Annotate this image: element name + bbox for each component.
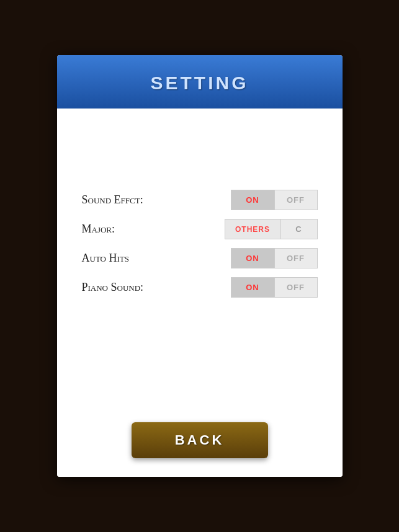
back-area: BACK xyxy=(57,416,343,477)
sound-effect-btn-group: ON OFF xyxy=(231,190,318,210)
major-btn-group: OTHERS C xyxy=(225,219,318,239)
auto-hits-label: Auto Hits xyxy=(82,252,181,265)
auto-hits-off-button[interactable]: OFF xyxy=(274,248,318,268)
settings-area: Sound Effct: ON OFF Major: OTHERS C Auto… xyxy=(82,190,318,298)
piano-sound-btn-group: ON OFF xyxy=(231,277,318,298)
piano-sound-off-button[interactable]: OFF xyxy=(274,277,318,298)
major-label: Major: xyxy=(82,223,181,236)
major-c-button[interactable]: C xyxy=(280,219,318,239)
header: SETTING xyxy=(57,55,343,109)
auto-hits-on-button[interactable]: ON xyxy=(231,248,274,268)
piano-sound-label: Piano Sound: xyxy=(82,281,181,294)
sound-effect-label: Sound Effct: xyxy=(82,193,181,206)
sound-effect-off-button[interactable]: OFF xyxy=(274,190,318,210)
auto-hits-row: Auto Hits ON OFF xyxy=(82,248,318,268)
piano-sound-row: Piano Sound: ON OFF xyxy=(82,277,318,298)
sound-effect-row: Sound Effct: ON OFF xyxy=(82,190,318,210)
major-others-button[interactable]: OTHERS xyxy=(225,219,280,239)
page-title: SETTING xyxy=(69,73,330,94)
content-area: Sound Effct: ON OFF Major: OTHERS C Auto… xyxy=(57,109,343,416)
settings-panel: SETTING Sound Effct: ON OFF Major: OTHER… xyxy=(57,55,343,477)
back-button[interactable]: BACK xyxy=(132,422,268,458)
piano-sound-on-button[interactable]: ON xyxy=(231,277,274,298)
sound-effect-on-button[interactable]: ON xyxy=(231,190,274,210)
major-row: Major: OTHERS C xyxy=(82,219,318,239)
auto-hits-btn-group: ON OFF xyxy=(231,248,318,268)
